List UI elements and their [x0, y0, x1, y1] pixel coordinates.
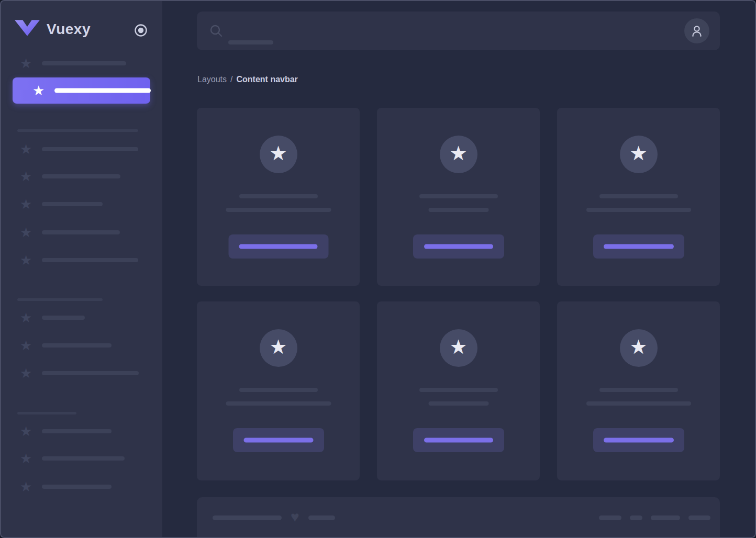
- heart-icon: ♥: [291, 510, 299, 524]
- star-icon: ★: [20, 311, 32, 324]
- footer-text-placeholder: [213, 515, 282, 520]
- star-icon: ★: [629, 337, 647, 357]
- button-label-placeholder: [243, 438, 313, 443]
- placeholder-card: ★: [197, 301, 360, 480]
- footer-text-placeholder: [308, 515, 335, 520]
- footer-link-placeholder[interactable]: [599, 515, 621, 520]
- card-text-placeholder: [419, 194, 498, 198]
- placeholder-card: ★: [197, 108, 360, 286]
- search-icon: [209, 24, 223, 40]
- sidebar-item-label-placeholder: [42, 485, 112, 489]
- sidebar-item[interactable]: ★: [0, 311, 162, 324]
- sidebar-item[interactable]: ★: [0, 226, 162, 239]
- brand-name: Vuexy: [47, 21, 91, 38]
- star-icon: ★: [269, 143, 287, 163]
- star-icon: ★: [20, 480, 32, 494]
- breadcrumb-separator: /: [230, 75, 232, 84]
- sidebar-item-label-placeholder: [42, 61, 126, 65]
- card-text-placeholder: [226, 208, 331, 212]
- breadcrumb-section[interactable]: Layouts: [197, 75, 227, 84]
- card-text-placeholder: [419, 388, 498, 392]
- star-icon: ★: [20, 452, 32, 465]
- vuexy-logo-icon: [15, 20, 40, 38]
- sidebar: Vuexy ★ ★ ★ ★ ★ ★: [0, 0, 162, 538]
- card-text-placeholder: [226, 401, 331, 406]
- card-text-placeholder: [586, 208, 691, 212]
- card-text-placeholder: [239, 388, 318, 392]
- footer: ♥: [197, 497, 720, 538]
- star-icon: ★: [20, 197, 32, 211]
- sidebar-item-label-placeholder: [42, 456, 125, 461]
- card-text-placeholder: [586, 401, 691, 406]
- sidebar-item[interactable]: ★: [0, 424, 162, 438]
- sidebar-item-label-placeholder: [42, 371, 139, 375]
- button-label-placeholder: [604, 244, 674, 249]
- star-icon: ★: [449, 337, 467, 357]
- card-button-placeholder[interactable]: [233, 428, 324, 452]
- sidebar-item-label-placeholder: [42, 230, 120, 234]
- sidebar-item[interactable]: ★: [0, 452, 162, 465]
- placeholder-card: ★: [557, 301, 720, 480]
- sidebar-item[interactable]: ★: [0, 480, 162, 494]
- sidebar-item[interactable]: ★: [0, 253, 162, 267]
- footer-right: [599, 497, 710, 538]
- card-avatar-circle: ★: [260, 136, 297, 173]
- sidebar-item-label-placeholder: [42, 316, 85, 320]
- sidebar-item-label-placeholder: [42, 147, 138, 151]
- sidebar-section-header-placeholder: [17, 298, 103, 301]
- sidebar-item[interactable]: ★: [0, 170, 162, 183]
- card-button-placeholder[interactable]: [228, 234, 328, 259]
- card-text-placeholder: [428, 401, 488, 406]
- sidebar-item[interactable]: ★: [0, 57, 162, 70]
- card-text-placeholder: [599, 194, 678, 198]
- footer-link-placeholder[interactable]: [651, 515, 680, 520]
- placeholder-card: ★: [377, 301, 540, 480]
- star-icon: ★: [20, 424, 32, 438]
- sidebar-item[interactable]: ★: [0, 366, 162, 380]
- sidebar-section-header-placeholder: [17, 129, 138, 132]
- card-avatar-circle: ★: [260, 329, 297, 367]
- card-avatar-circle: ★: [620, 136, 658, 173]
- sidebar-section-header-placeholder: [17, 412, 76, 414]
- search-bar[interactable]: [197, 12, 720, 50]
- button-label-placeholder: [604, 438, 674, 443]
- card-button-placeholder[interactable]: [413, 234, 504, 259]
- sidebar-item-label-placeholder: [42, 343, 112, 348]
- button-label-placeholder: [239, 244, 318, 249]
- sidebar-item-label-placeholder: [42, 258, 138, 262]
- star-icon: ★: [20, 339, 32, 352]
- star-icon: ★: [20, 253, 32, 267]
- star-icon: ★: [629, 143, 647, 163]
- star-icon: ★: [20, 170, 32, 183]
- brand[interactable]: Vuexy: [15, 20, 91, 38]
- user-avatar[interactable]: [684, 18, 709, 43]
- card-grid: ★ ★ ★: [197, 108, 720, 480]
- footer-link-placeholder[interactable]: [688, 515, 710, 520]
- card-text-placeholder: [428, 208, 488, 212]
- card-button-placeholder[interactable]: [593, 234, 684, 259]
- sidebar-item-active[interactable]: ★: [13, 77, 150, 104]
- card-button-placeholder[interactable]: [413, 428, 504, 452]
- card-avatar-circle: ★: [620, 329, 658, 367]
- menu-collapse-toggle[interactable]: [134, 23, 148, 38]
- placeholder-card: ★: [557, 108, 720, 286]
- card-avatar-circle: ★: [440, 136, 477, 173]
- footer-left: ♥: [213, 497, 335, 538]
- star-icon: ★: [269, 337, 287, 357]
- card-button-placeholder[interactable]: [593, 428, 684, 452]
- placeholder-card: ★: [377, 108, 540, 286]
- button-label-placeholder: [424, 438, 493, 443]
- record-circle-icon: [134, 23, 148, 38]
- star-icon: ★: [32, 84, 45, 97]
- card-text-placeholder: [239, 194, 318, 198]
- sidebar-item[interactable]: ★: [0, 197, 162, 211]
- footer-link-placeholder[interactable]: [630, 515, 642, 520]
- star-icon: ★: [449, 143, 467, 163]
- breadcrumb-current: Content navbar: [237, 75, 298, 84]
- sidebar-item[interactable]: ★: [0, 339, 162, 352]
- sidebar-item[interactable]: ★: [0, 142, 162, 156]
- card-text-placeholder: [599, 388, 678, 392]
- search-input-placeholder: [228, 40, 273, 44]
- card-avatar-circle: ★: [440, 329, 477, 367]
- star-icon: ★: [20, 366, 32, 380]
